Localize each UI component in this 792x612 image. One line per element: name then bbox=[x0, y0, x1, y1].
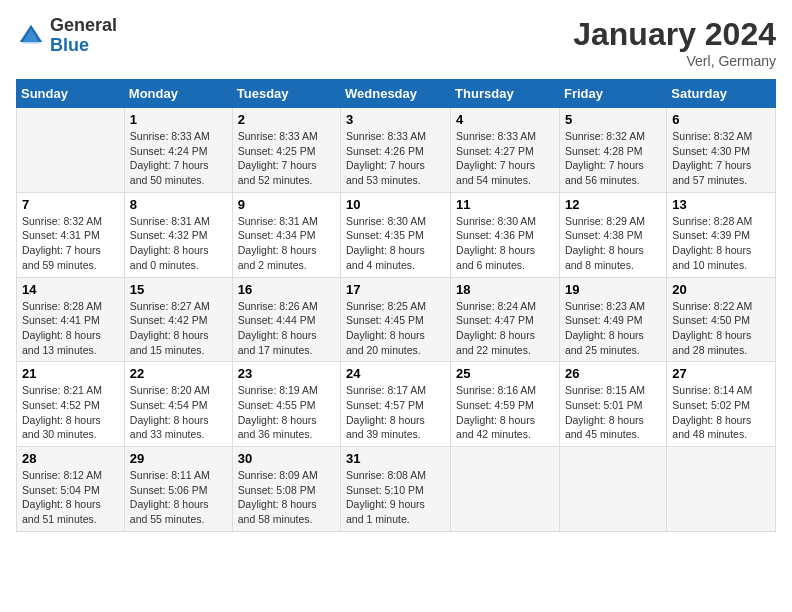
day-info: Sunrise: 8:08 AMSunset: 5:10 PMDaylight:… bbox=[346, 468, 445, 527]
calendar-cell: 26Sunrise: 8:15 AMSunset: 5:01 PMDayligh… bbox=[559, 362, 666, 447]
location: Verl, Germany bbox=[573, 53, 776, 69]
calendar-cell: 25Sunrise: 8:16 AMSunset: 4:59 PMDayligh… bbox=[451, 362, 560, 447]
day-header-sunday: Sunday bbox=[17, 80, 125, 108]
day-info: Sunrise: 8:30 AMSunset: 4:36 PMDaylight:… bbox=[456, 214, 554, 273]
day-number: 11 bbox=[456, 197, 554, 212]
day-number: 12 bbox=[565, 197, 661, 212]
calendar-cell: 14Sunrise: 8:28 AMSunset: 4:41 PMDayligh… bbox=[17, 277, 125, 362]
day-info: Sunrise: 8:32 AMSunset: 4:30 PMDaylight:… bbox=[672, 129, 770, 188]
calendar-cell: 1Sunrise: 8:33 AMSunset: 4:24 PMDaylight… bbox=[124, 108, 232, 193]
day-info: Sunrise: 8:30 AMSunset: 4:35 PMDaylight:… bbox=[346, 214, 445, 273]
day-number: 24 bbox=[346, 366, 445, 381]
day-info: Sunrise: 8:16 AMSunset: 4:59 PMDaylight:… bbox=[456, 383, 554, 442]
day-info: Sunrise: 8:24 AMSunset: 4:47 PMDaylight:… bbox=[456, 299, 554, 358]
day-info: Sunrise: 8:19 AMSunset: 4:55 PMDaylight:… bbox=[238, 383, 335, 442]
day-number: 5 bbox=[565, 112, 661, 127]
day-header-friday: Friday bbox=[559, 80, 666, 108]
day-number: 7 bbox=[22, 197, 119, 212]
calendar-cell: 10Sunrise: 8:30 AMSunset: 4:35 PMDayligh… bbox=[341, 192, 451, 277]
calendar-week-row: 14Sunrise: 8:28 AMSunset: 4:41 PMDayligh… bbox=[17, 277, 776, 362]
day-number: 14 bbox=[22, 282, 119, 297]
calendar-cell: 20Sunrise: 8:22 AMSunset: 4:50 PMDayligh… bbox=[667, 277, 776, 362]
day-number: 2 bbox=[238, 112, 335, 127]
logo: General Blue bbox=[16, 16, 117, 56]
day-number: 8 bbox=[130, 197, 227, 212]
day-number: 20 bbox=[672, 282, 770, 297]
day-header-thursday: Thursday bbox=[451, 80, 560, 108]
day-info: Sunrise: 8:33 AMSunset: 4:26 PMDaylight:… bbox=[346, 129, 445, 188]
logo-icon bbox=[16, 21, 46, 51]
day-number: 15 bbox=[130, 282, 227, 297]
day-info: Sunrise: 8:22 AMSunset: 4:50 PMDaylight:… bbox=[672, 299, 770, 358]
day-number: 28 bbox=[22, 451, 119, 466]
day-number: 10 bbox=[346, 197, 445, 212]
day-info: Sunrise: 8:27 AMSunset: 4:42 PMDaylight:… bbox=[130, 299, 227, 358]
day-info: Sunrise: 8:29 AMSunset: 4:38 PMDaylight:… bbox=[565, 214, 661, 273]
calendar-cell bbox=[667, 447, 776, 532]
day-info: Sunrise: 8:21 AMSunset: 4:52 PMDaylight:… bbox=[22, 383, 119, 442]
day-number: 6 bbox=[672, 112, 770, 127]
day-info: Sunrise: 8:09 AMSunset: 5:08 PMDaylight:… bbox=[238, 468, 335, 527]
calendar-cell: 29Sunrise: 8:11 AMSunset: 5:06 PMDayligh… bbox=[124, 447, 232, 532]
calendar-cell: 17Sunrise: 8:25 AMSunset: 4:45 PMDayligh… bbox=[341, 277, 451, 362]
day-number: 3 bbox=[346, 112, 445, 127]
calendar-week-row: 7Sunrise: 8:32 AMSunset: 4:31 PMDaylight… bbox=[17, 192, 776, 277]
day-info: Sunrise: 8:11 AMSunset: 5:06 PMDaylight:… bbox=[130, 468, 227, 527]
day-number: 25 bbox=[456, 366, 554, 381]
calendar-cell: 22Sunrise: 8:20 AMSunset: 4:54 PMDayligh… bbox=[124, 362, 232, 447]
day-header-monday: Monday bbox=[124, 80, 232, 108]
calendar-cell: 24Sunrise: 8:17 AMSunset: 4:57 PMDayligh… bbox=[341, 362, 451, 447]
logo-text: General Blue bbox=[50, 16, 117, 56]
calendar-cell: 19Sunrise: 8:23 AMSunset: 4:49 PMDayligh… bbox=[559, 277, 666, 362]
calendar-cell: 6Sunrise: 8:32 AMSunset: 4:30 PMDaylight… bbox=[667, 108, 776, 193]
day-number: 23 bbox=[238, 366, 335, 381]
calendar-cell: 16Sunrise: 8:26 AMSunset: 4:44 PMDayligh… bbox=[232, 277, 340, 362]
calendar-cell: 5Sunrise: 8:32 AMSunset: 4:28 PMDaylight… bbox=[559, 108, 666, 193]
day-number: 18 bbox=[456, 282, 554, 297]
day-number: 19 bbox=[565, 282, 661, 297]
day-info: Sunrise: 8:26 AMSunset: 4:44 PMDaylight:… bbox=[238, 299, 335, 358]
day-number: 29 bbox=[130, 451, 227, 466]
day-number: 31 bbox=[346, 451, 445, 466]
day-info: Sunrise: 8:15 AMSunset: 5:01 PMDaylight:… bbox=[565, 383, 661, 442]
calendar-cell: 23Sunrise: 8:19 AMSunset: 4:55 PMDayligh… bbox=[232, 362, 340, 447]
day-number: 27 bbox=[672, 366, 770, 381]
calendar-week-row: 1Sunrise: 8:33 AMSunset: 4:24 PMDaylight… bbox=[17, 108, 776, 193]
day-info: Sunrise: 8:33 AMSunset: 4:27 PMDaylight:… bbox=[456, 129, 554, 188]
day-info: Sunrise: 8:17 AMSunset: 4:57 PMDaylight:… bbox=[346, 383, 445, 442]
calendar-cell: 31Sunrise: 8:08 AMSunset: 5:10 PMDayligh… bbox=[341, 447, 451, 532]
calendar-cell: 15Sunrise: 8:27 AMSunset: 4:42 PMDayligh… bbox=[124, 277, 232, 362]
day-number: 13 bbox=[672, 197, 770, 212]
day-info: Sunrise: 8:32 AMSunset: 4:28 PMDaylight:… bbox=[565, 129, 661, 188]
day-info: Sunrise: 8:12 AMSunset: 5:04 PMDaylight:… bbox=[22, 468, 119, 527]
day-info: Sunrise: 8:28 AMSunset: 4:41 PMDaylight:… bbox=[22, 299, 119, 358]
calendar-cell: 9Sunrise: 8:31 AMSunset: 4:34 PMDaylight… bbox=[232, 192, 340, 277]
day-info: Sunrise: 8:14 AMSunset: 5:02 PMDaylight:… bbox=[672, 383, 770, 442]
day-number: 30 bbox=[238, 451, 335, 466]
day-info: Sunrise: 8:32 AMSunset: 4:31 PMDaylight:… bbox=[22, 214, 119, 273]
calendar-cell: 28Sunrise: 8:12 AMSunset: 5:04 PMDayligh… bbox=[17, 447, 125, 532]
day-number: 22 bbox=[130, 366, 227, 381]
calendar-cell bbox=[559, 447, 666, 532]
day-number: 1 bbox=[130, 112, 227, 127]
day-info: Sunrise: 8:33 AMSunset: 4:25 PMDaylight:… bbox=[238, 129, 335, 188]
calendar-cell bbox=[17, 108, 125, 193]
day-header-tuesday: Tuesday bbox=[232, 80, 340, 108]
calendar-cell: 27Sunrise: 8:14 AMSunset: 5:02 PMDayligh… bbox=[667, 362, 776, 447]
title-area: January 2024 Verl, Germany bbox=[573, 16, 776, 69]
calendar-cell: 4Sunrise: 8:33 AMSunset: 4:27 PMDaylight… bbox=[451, 108, 560, 193]
calendar-cell: 21Sunrise: 8:21 AMSunset: 4:52 PMDayligh… bbox=[17, 362, 125, 447]
day-info: Sunrise: 8:23 AMSunset: 4:49 PMDaylight:… bbox=[565, 299, 661, 358]
calendar-cell: 7Sunrise: 8:32 AMSunset: 4:31 PMDaylight… bbox=[17, 192, 125, 277]
day-number: 21 bbox=[22, 366, 119, 381]
calendar-cell: 11Sunrise: 8:30 AMSunset: 4:36 PMDayligh… bbox=[451, 192, 560, 277]
calendar-cell: 13Sunrise: 8:28 AMSunset: 4:39 PMDayligh… bbox=[667, 192, 776, 277]
calendar-cell: 12Sunrise: 8:29 AMSunset: 4:38 PMDayligh… bbox=[559, 192, 666, 277]
calendar-header-row: SundayMondayTuesdayWednesdayThursdayFrid… bbox=[17, 80, 776, 108]
calendar-cell: 18Sunrise: 8:24 AMSunset: 4:47 PMDayligh… bbox=[451, 277, 560, 362]
calendar-cell: 8Sunrise: 8:31 AMSunset: 4:32 PMDaylight… bbox=[124, 192, 232, 277]
day-number: 17 bbox=[346, 282, 445, 297]
day-info: Sunrise: 8:33 AMSunset: 4:24 PMDaylight:… bbox=[130, 129, 227, 188]
calendar-table: SundayMondayTuesdayWednesdayThursdayFrid… bbox=[16, 79, 776, 532]
calendar-week-row: 21Sunrise: 8:21 AMSunset: 4:52 PMDayligh… bbox=[17, 362, 776, 447]
